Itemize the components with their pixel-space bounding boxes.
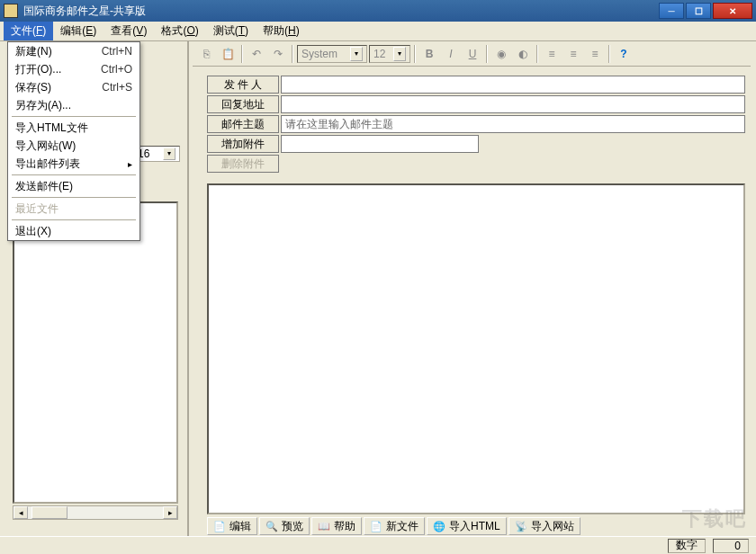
attachment-path[interactable] <box>281 135 479 153</box>
bgcolor-icon: ◐ <box>518 48 527 60</box>
antenna-icon: 📡 <box>515 520 527 532</box>
delete-attachment-button: 删除附件 <box>207 155 279 173</box>
status-count: 0 <box>713 539 749 553</box>
format-toolbar: ⎘ 📋 ↶ ↷ System▾ 12▾ B I U ◉ ◐ ≡ ≡ ≡ ? <box>193 41 751 67</box>
reply-input[interactable] <box>281 95 745 113</box>
align-center-button[interactable]: ≡ <box>563 44 583 64</box>
help-button[interactable]: ? <box>614 44 634 64</box>
menu-exit[interactable]: 退出(X) <box>8 222 140 240</box>
book-icon: 📖 <box>318 520 330 532</box>
scroll-left-button[interactable]: ◂ <box>14 506 28 519</box>
menu-separator <box>12 174 136 175</box>
bgcolor-button[interactable]: ◐ <box>513 44 533 64</box>
tab-help[interactable]: 📖帮助 <box>311 517 362 535</box>
menu-separator <box>12 219 136 220</box>
paste-icon: 📋 <box>221 48 235 60</box>
menu-export-list[interactable]: 导出邮件列表 <box>8 155 140 173</box>
chevron-down-icon: ▾ <box>393 47 406 61</box>
tab-newfile[interactable]: 📄新文件 <box>364 517 425 535</box>
mail-body-editor[interactable] <box>207 183 745 514</box>
textcolor-button[interactable]: ◉ <box>491 44 511 64</box>
align-left-icon: ≡ <box>548 48 554 60</box>
underline-button[interactable]: U <box>463 44 482 64</box>
left-hscrollbar[interactable]: ◂ ▸ <box>13 505 178 520</box>
maximize-button[interactable]: ☐ <box>686 3 711 19</box>
sender-input[interactable] <box>281 76 745 94</box>
right-panel: ⎘ 📋 ↶ ↷ System▾ 12▾ B I U ◉ ◐ ≡ ≡ ≡ ? 发 … <box>189 41 756 536</box>
bottom-tabbar: 📄编辑 🔍预览 📖帮助 📄新文件 🌐导入HTML 📡导入网站 <box>193 516 751 536</box>
undo-icon: ↶ <box>252 48 261 60</box>
tab-import-site[interactable]: 📡导入网站 <box>508 517 580 535</box>
menu-test[interactable]: 测试(T) <box>206 22 256 40</box>
menu-import-html[interactable]: 导入HTML文件 <box>8 119 140 137</box>
align-center-icon: ≡ <box>570 48 576 60</box>
status-mode: 数字 <box>668 539 706 553</box>
newfile-icon: 📄 <box>370 520 382 532</box>
menu-open[interactable]: 打开(O)...Ctrl+O <box>8 60 140 78</box>
dropdown-arrow-icon: ▾ <box>163 147 176 160</box>
menu-new[interactable]: 新建(N)Ctrl+N <box>8 42 140 60</box>
minimize-button[interactable]: ─ <box>659 3 684 19</box>
close-button[interactable]: ✕ <box>713 3 752 19</box>
font-name-select[interactable]: System▾ <box>297 45 367 63</box>
color-icon: ◉ <box>497 48 506 60</box>
menu-separator <box>12 197 136 198</box>
menu-help[interactable]: 帮助(H) <box>256 22 307 40</box>
help-icon: ? <box>620 48 626 60</box>
tab-preview[interactable]: 🔍预览 <box>259 517 310 535</box>
copy-button[interactable]: ⎘ <box>196 44 216 64</box>
menu-file[interactable]: 文件(F) <box>4 22 53 40</box>
reply-label: 回复地址 <box>207 95 279 113</box>
menu-import-site[interactable]: 导入网站(W) <box>8 137 140 155</box>
preview-icon: 🔍 <box>266 520 278 532</box>
titlebar: 国际商务邮件之星-共享版 ─ ☐ ✕ <box>0 0 756 22</box>
align-left-button[interactable]: ≡ <box>542 44 562 64</box>
redo-icon: ↷ <box>274 48 283 60</box>
bold-button[interactable]: B <box>419 44 439 64</box>
menu-save[interactable]: 保存(S)Ctrl+S <box>8 78 140 96</box>
undo-button[interactable]: ↶ <box>247 44 266 64</box>
menu-separator <box>12 116 136 117</box>
copy-icon: ⎘ <box>203 48 210 60</box>
window-title: 国际商务邮件之星-共享版 <box>23 4 659 19</box>
menu-send[interactable]: 发送邮件(E) <box>8 177 140 195</box>
statusbar: 数字 0 <box>0 536 756 554</box>
font-size-select[interactable]: 12▾ <box>369 45 410 63</box>
italic-button[interactable]: I <box>441 44 461 64</box>
tab-edit[interactable]: 📄编辑 <box>207 517 257 535</box>
menu-recent: 最近文件 <box>8 200 140 218</box>
align-right-icon: ≡ <box>591 48 598 60</box>
file-menu-dropdown: 新建(N)Ctrl+N 打开(O)...Ctrl+O 保存(S)Ctrl+S 另… <box>7 41 140 241</box>
subject-input[interactable]: 请在这里输入邮件主题 <box>281 115 745 133</box>
edit-icon: 📄 <box>213 520 226 532</box>
tab-import-html[interactable]: 🌐导入HTML <box>427 517 507 535</box>
mail-header-form: 发 件 人 回复地址 邮件主题 请在这里输入邮件主题 增加附件 删除附件 <box>193 67 751 180</box>
add-attachment-button[interactable]: 增加附件 <box>207 135 279 153</box>
menu-saveas[interactable]: 另存为(A)... <box>8 96 140 114</box>
menu-edit[interactable]: 编辑(E) <box>53 22 104 40</box>
menu-format[interactable]: 格式(O) <box>154 22 205 40</box>
subject-label: 邮件主题 <box>207 115 279 133</box>
app-icon <box>4 4 18 18</box>
menu-view[interactable]: 查看(V) <box>104 22 154 40</box>
chevron-down-icon: ▾ <box>350 47 363 61</box>
sender-label: 发 件 人 <box>207 76 279 94</box>
scroll-right-button[interactable]: ▸ <box>163 506 177 519</box>
redo-button[interactable]: ↷ <box>268 44 288 64</box>
menubar: 文件(F) 编辑(E) 查看(V) 格式(O) 测试(T) 帮助(H) <box>0 22 756 41</box>
scroll-thumb[interactable] <box>32 506 68 519</box>
paste-button[interactable]: 📋 <box>218 44 238 64</box>
left-listbox[interactable] <box>13 201 178 504</box>
globe-icon: 🌐 <box>433 520 446 532</box>
align-right-button[interactable]: ≡ <box>585 44 605 64</box>
